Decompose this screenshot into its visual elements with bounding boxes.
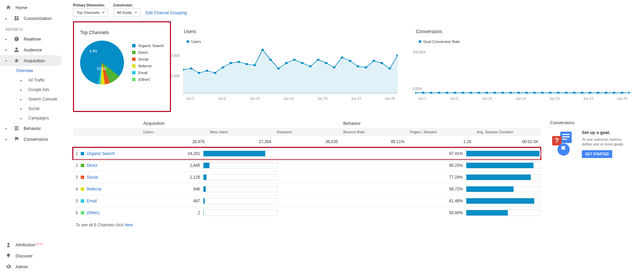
see-all-link[interactable]: here xyxy=(125,223,133,227)
legend-dot-icon xyxy=(419,40,421,43)
sidebar-item-realtime[interactable]: ▸ Realtime xyxy=(0,33,64,44)
svg-point-26 xyxy=(380,62,383,64)
svg-point-44 xyxy=(525,92,528,94)
sidebar-item-attribution[interactable]: AttributionBETA xyxy=(0,240,64,250)
svg-rect-59 xyxy=(562,134,570,135)
dashboard-icon xyxy=(14,15,20,21)
legend-text: Referral xyxy=(138,63,151,69)
sidebar-item-admin[interactable]: Admin xyxy=(0,261,64,272)
channel-link[interactable]: Email xyxy=(87,199,97,203)
x-tick: Jun 2 xyxy=(186,97,194,100)
conversions-line-chart: 100.00% 0.00% Jun 2Jun 6Jun 10Jun 14Jun … xyxy=(413,47,633,108)
legend-text: Organic Search xyxy=(138,42,164,49)
sidebar-item-home[interactable]: Home xyxy=(0,2,64,13)
sidebar-sub-all-traffic[interactable]: ▸All Traffic xyxy=(0,75,64,85)
svg-point-25 xyxy=(372,60,375,62)
primary-dimension-label: Primary Dimension: xyxy=(73,3,108,7)
sidebar-item-acquisition[interactable]: ▾ Acquisition xyxy=(0,55,62,66)
y-tick: 2,000 xyxy=(171,54,179,58)
x-tick: Jun 18 xyxy=(549,97,560,100)
col-sessions[interactable]: Sessions xyxy=(274,128,341,136)
x-tick: Jun 10 xyxy=(250,97,260,100)
row-swatch-icon xyxy=(81,164,84,167)
svg-point-5 xyxy=(214,72,216,74)
sidebar-sub-google-ads[interactable]: ▸Google Ads xyxy=(0,85,64,94)
svg-point-8 xyxy=(238,61,240,63)
row-index: 3 xyxy=(76,175,78,180)
col-users[interactable]: Users↓ xyxy=(141,128,207,136)
sidebar-item-behavior[interactable]: ▸ Behavior xyxy=(0,123,64,134)
svg-point-45 xyxy=(533,92,536,94)
sidebar-item-conversions[interactable]: ▸ Conversions xyxy=(0,134,64,144)
svg-point-42 xyxy=(509,92,512,94)
sidebar: Home ▸ Customization REPORTS ▸ Realtime … xyxy=(0,0,64,272)
sidebar-label: Behavior xyxy=(24,126,41,131)
legend-swatch-icon xyxy=(132,58,135,61)
chevron-right-icon: ▸ xyxy=(5,137,9,141)
get-started-button[interactable]: GET STARTED xyxy=(582,150,612,158)
card-title: Users xyxy=(184,29,400,34)
channel-link[interactable]: Referral xyxy=(87,187,101,191)
sidebar-item-audience[interactable]: ▸ Audience xyxy=(0,44,64,55)
table-row: 6(Other) 2 50.00% xyxy=(73,207,541,219)
row-bounce: 81.46% xyxy=(403,199,466,203)
svg-point-15 xyxy=(293,59,296,61)
sidebar-item-customization[interactable]: ▸ Customization xyxy=(0,13,64,24)
pie-legend: Organic SearchDirectSocialReferralEmail(… xyxy=(132,42,164,83)
row-index: 1 xyxy=(76,151,78,156)
sidebar-label: All Traffic xyxy=(28,78,45,83)
svg-point-16 xyxy=(301,62,304,64)
row-bounce: 87.41% xyxy=(403,151,466,156)
users-bar xyxy=(203,186,278,192)
top-channels-dropdown[interactable]: Top Channels xyxy=(73,8,108,17)
x-tick: Jun 22 xyxy=(351,97,361,100)
table-row: 1Organic Search 24,201 87.41% xyxy=(73,148,541,159)
users-legend: Users xyxy=(187,40,400,44)
sidebar-sub-overview[interactable]: Overview xyxy=(0,66,64,75)
sidebar-sub-social[interactable]: ▸Social xyxy=(0,104,64,113)
table-footer: To see all 6 Channels click here. xyxy=(73,219,541,227)
table-row: 5Email 487 81.46% xyxy=(73,195,541,207)
row-index: 2 xyxy=(76,163,78,168)
row-swatch-icon xyxy=(81,199,84,203)
col-new-users[interactable]: New Users xyxy=(207,128,274,136)
channel-link[interactable]: Organic Search xyxy=(87,151,115,156)
svg-point-47 xyxy=(549,92,552,94)
x-tick: Jun 22 xyxy=(583,97,593,100)
total-sessions: 36,035 xyxy=(274,136,341,148)
pie-chart: 82.9% 8.4% xyxy=(80,41,124,85)
all-goals-dropdown[interactable]: All Goals xyxy=(113,8,140,17)
conversions-legend: Goal Conversion Rate xyxy=(419,40,633,44)
bounce-bar xyxy=(466,186,541,192)
col-bounce-rate[interactable]: Bounce Rate xyxy=(341,128,407,136)
beta-badge: BETA xyxy=(36,242,43,245)
y-tick: 0.00% xyxy=(413,87,422,91)
bounce-bar xyxy=(466,151,541,157)
channel-link[interactable]: Direct xyxy=(87,163,97,168)
svg-point-9 xyxy=(245,63,248,65)
bounce-bar xyxy=(466,210,541,216)
svg-point-43 xyxy=(517,92,520,94)
legend-swatch-icon xyxy=(132,71,135,74)
channel-link[interactable]: Social xyxy=(87,175,98,180)
legend-item: Social xyxy=(132,56,164,63)
sidebar-label: Social xyxy=(28,106,40,111)
row-index: 6 xyxy=(76,210,78,215)
col-avg-session[interactable]: Avg. Session Duration xyxy=(474,128,541,136)
sidebar-label: Google Ads xyxy=(28,87,49,92)
channel-link[interactable]: (Other) xyxy=(87,210,100,215)
col-pages-session[interactable]: Pages / Session xyxy=(407,128,474,136)
legend-swatch-icon xyxy=(132,44,135,47)
svg-rect-60 xyxy=(562,136,570,137)
sidebar-sub-campaigns[interactable]: ▸Campaigns xyxy=(0,113,64,123)
sort-down-icon: ↓ xyxy=(154,131,155,134)
setup-goal-desc: To see outcome metrics, define one or mo… xyxy=(582,137,633,147)
svg-point-27 xyxy=(388,68,391,70)
total-bounce: 85.11% xyxy=(341,136,407,148)
svg-point-10 xyxy=(253,64,256,66)
row-bounce: 56.72% xyxy=(403,187,466,191)
sidebar-item-discover[interactable]: Discover xyxy=(0,250,64,261)
x-ticks: Jun 2Jun 6Jun 10Jun 14Jun 18Jun 22Jun 26 xyxy=(183,95,398,100)
edit-channel-grouping-link[interactable]: Edit Channel Grouping xyxy=(146,10,187,15)
sidebar-sub-search-console[interactable]: ▸Search Console xyxy=(0,94,64,104)
